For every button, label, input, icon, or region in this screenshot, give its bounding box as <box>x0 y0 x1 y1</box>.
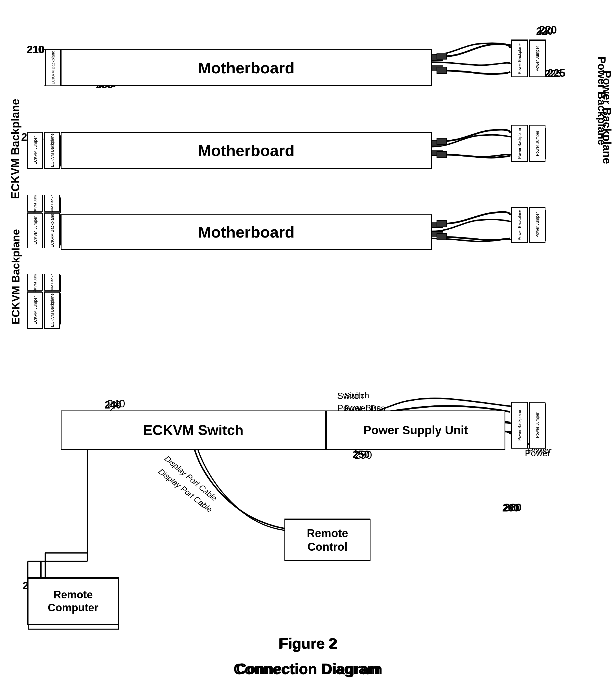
mb-r2: Motherboard <box>61 132 432 169</box>
power-bus-annot: Power Bus <box>337 403 381 413</box>
eckvm-switch-main-box: ECKVM Switch <box>61 411 326 450</box>
connector-dark-r2-1 <box>432 140 443 146</box>
connector-dark-r3-1 <box>432 222 443 228</box>
power-backplane-side-label: Power Backplane <box>600 70 613 164</box>
connector-dark-r1-2 <box>432 65 443 71</box>
eckvm-bp-r1: ECKVM Backplane <box>45 49 61 86</box>
eckvm-bp-r2: ECKVM Backplane <box>44 132 60 169</box>
ref-220-txt: 220 <box>539 24 557 36</box>
eckvm-bp-r3b: ECKVM Backplane <box>44 213 60 248</box>
ref-250-txt: 250 <box>354 449 372 461</box>
power-bp-r4: Power Backplane <box>511 402 528 448</box>
remote-computer-main-box: RemoteComputer <box>28 578 119 625</box>
switch-annot: Switch <box>337 391 364 401</box>
power-jmp-r1: Power Jumper <box>529 40 546 77</box>
eckvm-bp-r4b: ECKVM Backplane <box>44 292 60 329</box>
eckvm-bp-r4a: ECKVM Backplane <box>44 274 60 290</box>
ref-240-txt: 240 <box>107 398 125 410</box>
eckvm-bp-r3a: ECKVM Backplane <box>44 195 60 211</box>
eckvm-jmp-r2: ECKVM Jumper <box>27 132 43 169</box>
ref-210-txt: 210 <box>27 44 45 56</box>
power-bp-r2: Power Backplane <box>511 125 528 162</box>
connector-dark-r3-2 <box>432 231 443 237</box>
ref-225-txt: 225 <box>548 67 565 79</box>
mb-r3: Motherboard <box>61 215 432 250</box>
power-jmp-r3: Power Jumper <box>529 207 546 243</box>
figure-caption-sub: Connection Diagram <box>0 660 616 678</box>
eckvm-jmp-r3a: ECKVM Jumper <box>27 195 43 211</box>
power-annot: Power <box>525 448 551 458</box>
power-jmp-r2: Power Jumper <box>529 125 546 162</box>
eckvm-jmp-r4a: ECKVM Jumper <box>27 274 43 290</box>
power-bp-r1: Power Backplane <box>511 40 528 77</box>
ref-260-txt: 260 <box>504 502 521 514</box>
power-bp-r3: Power Backplane <box>511 207 528 243</box>
eckvm-backplane-side-label: ECKVM Backplane <box>9 99 22 199</box>
mb-r1: Motherboard <box>61 49 432 86</box>
remote-control-main-box: RemoteControl <box>284 519 370 561</box>
power-jmp-r4: Power Jumper <box>529 402 546 448</box>
eckvm-jmp-r4b: ECKVM Jumper <box>27 292 43 329</box>
figure-caption-title: Figure 2 <box>0 635 616 652</box>
connector-dark-r2-2 <box>432 150 443 156</box>
psu-main-box: Power Supply Unit <box>326 411 505 450</box>
eckvm-jmp-r3b: ECKVM Jumper <box>27 213 43 248</box>
connector-dark-r1-1 <box>432 54 443 61</box>
